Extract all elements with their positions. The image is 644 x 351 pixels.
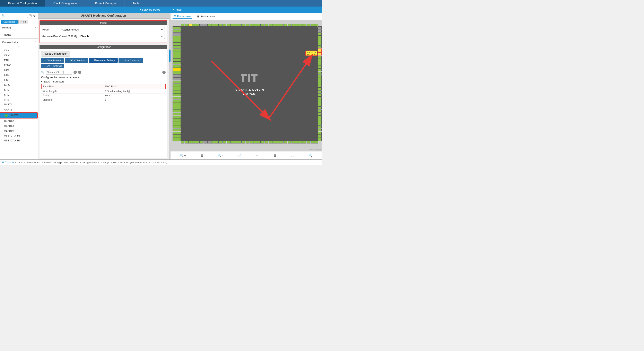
expand-arrow: ▾ bbox=[41, 80, 42, 83]
list-item-usart3[interactable]: USART3 bbox=[0, 124, 38, 128]
nav-tools[interactable]: Tools bbox=[124, 0, 148, 6]
list-item-spi3[interactable]: SPI3 bbox=[0, 97, 38, 102]
list-item-i2c1[interactable]: I2C1 bbox=[0, 68, 38, 73]
pin-cell bbox=[172, 84, 181, 87]
list-item-uart4[interactable]: UART4 bbox=[0, 102, 38, 107]
pin-cell bbox=[172, 33, 181, 36]
list-item-can2[interactable]: CAN2 bbox=[0, 53, 38, 58]
hw-flow-select[interactable]: Disable bbox=[78, 34, 165, 39]
scrollbar-thumb[interactable] bbox=[169, 50, 170, 62]
watermark: CSDN @好运连连 bbox=[308, 148, 321, 151]
pin-cell bbox=[219, 141, 222, 144]
pin-cell bbox=[234, 24, 238, 26]
param-search-input[interactable] bbox=[46, 70, 72, 74]
pin-cell bbox=[246, 141, 249, 144]
pin-cell bbox=[172, 77, 181, 80]
param-name-baud: Baud Rate bbox=[41, 84, 104, 89]
mode-select[interactable]: Asynchronous bbox=[60, 27, 165, 32]
basic-params-header[interactable]: ▾ Basic Parameters bbox=[41, 80, 166, 83]
list-item-sdio[interactable]: SDIO bbox=[0, 82, 38, 88]
console-tab[interactable]: 🖥 Console ✕ bbox=[2, 161, 16, 164]
config-section: Configuration Reset Configuration ✓ DMA … bbox=[40, 44, 167, 158]
pin-cell bbox=[172, 87, 181, 90]
scrollbar[interactable] bbox=[169, 13, 170, 160]
nav-pinout[interactable]: Pinout & Configuration bbox=[0, 0, 45, 6]
reset-config-button[interactable]: Reset Configuration bbox=[41, 51, 70, 56]
scroll-up-arrow[interactable]: ▲ bbox=[0, 45, 38, 48]
list-item-can1[interactable]: CAN1 bbox=[0, 48, 38, 53]
pin-cell bbox=[172, 30, 181, 33]
split-icon[interactable]: ⊟ bbox=[274, 154, 276, 158]
search-chip-icon[interactable]: 🔍 bbox=[308, 154, 312, 158]
pin-cell bbox=[318, 94, 322, 96]
list-item-i2c3[interactable]: I2C3 bbox=[0, 78, 38, 82]
category-timers[interactable]: Timers › bbox=[0, 32, 38, 38]
list-item-usart6[interactable]: USART6 bbox=[0, 128, 38, 133]
search-input[interactable] bbox=[6, 14, 28, 18]
tab-az[interactable]: A->Z bbox=[18, 20, 28, 24]
tab-nvic-settings[interactable]: ✓ NVIC Settings bbox=[41, 64, 64, 68]
fullscreen-icon[interactable]: ⛶ bbox=[291, 154, 294, 158]
pin-cell bbox=[318, 68, 322, 71]
zoom-out-icon[interactable]: 🔍- bbox=[218, 154, 223, 158]
pin-cell bbox=[276, 141, 280, 144]
zoom-in-icon[interactable]: 🔍+ bbox=[180, 154, 186, 158]
console-output: <terminated> uart4DMA1 Debug [STM32 Cort… bbox=[27, 161, 320, 164]
category-connectivity[interactable]: Connectivity ˅ bbox=[0, 40, 38, 45]
list-item-fsmc[interactable]: FSMC bbox=[0, 63, 38, 68]
list-item-spi1[interactable]: SPI1 bbox=[0, 88, 38, 92]
pin-cell bbox=[181, 24, 184, 26]
tab-dma-settings[interactable]: ✓ DMA Settings bbox=[41, 58, 64, 63]
pin-cell bbox=[172, 106, 181, 109]
pin-cell bbox=[280, 24, 284, 26]
tab-check-icon: ✓ bbox=[67, 59, 69, 62]
hw-flow-label: Hardware Flow Control (RS232) bbox=[42, 35, 77, 38]
tab-pinout-view[interactable]: ⊞ Pinout view bbox=[172, 14, 192, 19]
list-item-usb-otg-hs[interactable]: USB_OTG_HS bbox=[0, 138, 38, 143]
list-item-eth[interactable]: ETH bbox=[0, 58, 38, 63]
configure-label: Configure the below parameters : bbox=[41, 76, 166, 79]
gear-icon[interactable]: ⚙ bbox=[32, 14, 36, 18]
nav-clock[interactable]: Clock Configuration bbox=[45, 0, 87, 6]
fit-icon[interactable]: ⊞ bbox=[200, 154, 203, 158]
system-view-icon: ⊟ bbox=[197, 15, 200, 18]
category-analog[interactable]: Analog › bbox=[0, 25, 38, 30]
nav-software-packs[interactable]: ▾ Software Packs bbox=[140, 8, 160, 11]
refresh-icon[interactable]: ↻ bbox=[74, 70, 77, 74]
pin-cell bbox=[268, 141, 272, 144]
list-item-uart5[interactable]: UART5 bbox=[0, 107, 38, 112]
tab-user-constants[interactable]: ✓ User Constants bbox=[118, 58, 143, 63]
list-item-usart2[interactable]: USART2 bbox=[0, 118, 38, 124]
bottom-bar: 🖥 Console ✕ ■ ✕ ≡ <terminated> uart4DMA1… bbox=[0, 160, 322, 165]
tab-system-view[interactable]: ⊟ System view bbox=[196, 14, 216, 19]
pin-cell bbox=[172, 26, 181, 30]
list-item-usb-otg-fs[interactable]: USB_OTG_FS bbox=[0, 133, 38, 138]
tab-categories[interactable]: Categories bbox=[1, 20, 18, 24]
pin-cell bbox=[261, 141, 264, 144]
info-icon[interactable]: ↻ bbox=[78, 70, 81, 74]
tab-gpio-settings[interactable]: ✓ GPIO Settings bbox=[65, 58, 88, 63]
list-item-spi2[interactable]: SPI2 bbox=[0, 92, 38, 97]
export-icon[interactable]: 📄 bbox=[237, 154, 241, 158]
mode-row: Mode Asynchronous bbox=[42, 27, 165, 32]
nav-project[interactable]: Project Manager bbox=[87, 0, 124, 6]
pin-cell bbox=[318, 138, 322, 141]
pin-cell bbox=[318, 46, 322, 48]
console-clear-icon[interactable]: ✕ bbox=[21, 161, 23, 164]
pin-cell bbox=[207, 24, 211, 26]
param-search-row: 🔍 ↻ ↻ ℹ bbox=[41, 70, 166, 74]
tab-parameter-settings[interactable]: ✓ Parameter Settings bbox=[89, 58, 118, 63]
rotate-icon[interactable]: ↔ bbox=[256, 154, 259, 158]
list-item-usart1[interactable]: ✓ USART1 bbox=[0, 112, 38, 118]
pin-cell bbox=[172, 74, 181, 77]
pin-cell bbox=[172, 55, 181, 58]
list-item-i2c2[interactable]: I2C2 bbox=[0, 73, 38, 78]
console-more-icon[interactable]: ≡ bbox=[24, 161, 25, 164]
console-terminate-icon[interactable]: ■ bbox=[18, 161, 20, 164]
pin-cell bbox=[314, 141, 318, 144]
usart-tx-label: USART1_TX bbox=[307, 53, 316, 55]
bottom-pins bbox=[181, 141, 318, 144]
pin-cell bbox=[318, 81, 322, 84]
nav-pinout[interactable]: ▾ Pinout bbox=[172, 8, 182, 11]
help-icon[interactable]: ℹ bbox=[162, 70, 166, 74]
